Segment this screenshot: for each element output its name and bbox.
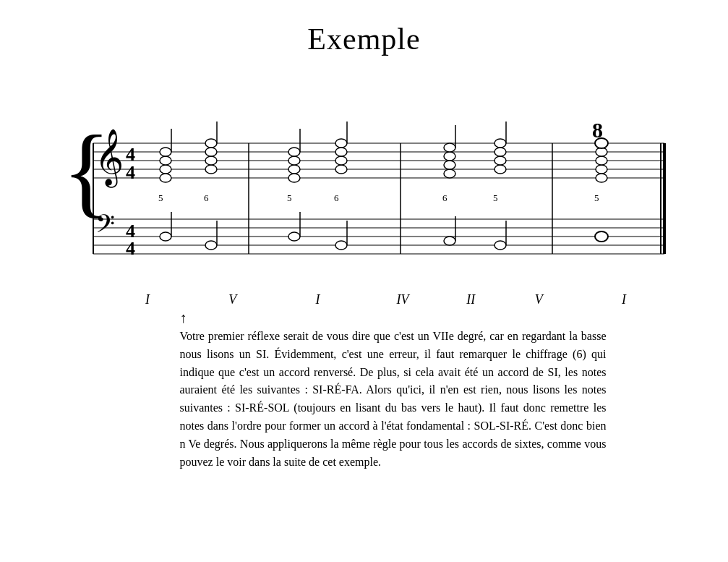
svg-point-68 (494, 241, 506, 250)
svg-text:6: 6 (204, 192, 209, 203)
svg-point-73 (596, 156, 607, 165)
roman-numerals-row: I V I IV II V I (53, 292, 675, 307)
svg-point-56 (444, 161, 455, 169)
svg-point-34 (205, 139, 217, 148)
svg-point-63 (494, 165, 506, 174)
svg-text:4: 4 (126, 162, 135, 183)
staff-svg: { 𝄞 𝄢 4 4 4 4 (53, 85, 675, 288)
svg-point-57 (444, 152, 455, 161)
svg-point-49 (335, 148, 347, 156)
svg-point-25 (160, 156, 171, 165)
svg-point-65 (494, 148, 506, 156)
svg-point-31 (205, 165, 217, 174)
svg-text:5: 5 (158, 192, 163, 203)
svg-point-55 (444, 169, 455, 178)
svg-text:5: 5 (287, 192, 292, 203)
svg-text:5: 5 (594, 192, 599, 203)
svg-point-24 (160, 165, 171, 174)
svg-point-39 (288, 174, 300, 182)
music-score: { 𝄞 𝄢 4 4 4 4 (53, 85, 675, 471)
svg-point-64 (494, 156, 506, 165)
svg-point-32 (205, 156, 217, 165)
svg-text:𝄞: 𝄞 (95, 129, 124, 188)
svg-text:6: 6 (442, 192, 447, 203)
svg-text:4: 4 (126, 238, 135, 259)
svg-point-42 (288, 148, 300, 156)
svg-point-58 (444, 143, 455, 152)
svg-point-71 (596, 174, 607, 182)
roman-numeral-5: II (437, 292, 505, 307)
roman-numeral-7: I (573, 292, 675, 307)
svg-point-72 (596, 165, 607, 174)
svg-point-76 (595, 231, 608, 242)
roman-numeral-3: I (267, 292, 369, 307)
svg-point-26 (160, 148, 171, 156)
svg-point-36 (205, 241, 217, 250)
svg-point-52 (335, 241, 347, 250)
svg-point-50 (335, 139, 347, 148)
svg-point-40 (288, 165, 300, 174)
svg-text:5: 5 (493, 192, 498, 203)
roman-numeral-6: V (505, 292, 573, 307)
annotation-container: ↑ Votre premier réflexe serait de vous d… (53, 310, 675, 471)
svg-point-23 (160, 174, 171, 182)
svg-point-28 (160, 232, 171, 241)
roman-numeral-1: I (97, 292, 199, 307)
svg-point-41 (288, 156, 300, 165)
roman-numeral-4: IV (369, 292, 437, 307)
svg-point-48 (335, 156, 347, 165)
svg-text:𝄢: 𝄢 (95, 210, 115, 244)
svg-point-44 (288, 232, 300, 241)
svg-point-66 (494, 139, 506, 148)
svg-text:8: 8 (592, 118, 603, 142)
svg-point-47 (335, 165, 347, 174)
svg-text:6: 6 (334, 192, 339, 203)
roman-numeral-2: V (199, 292, 267, 307)
svg-point-33 (205, 148, 217, 156)
page-title: Exemple (307, 22, 420, 56)
body-text: Votre premier réflexe serait de vous dir… (180, 328, 607, 471)
annotation-arrow: ↑ (180, 310, 675, 325)
svg-point-60 (444, 237, 455, 245)
